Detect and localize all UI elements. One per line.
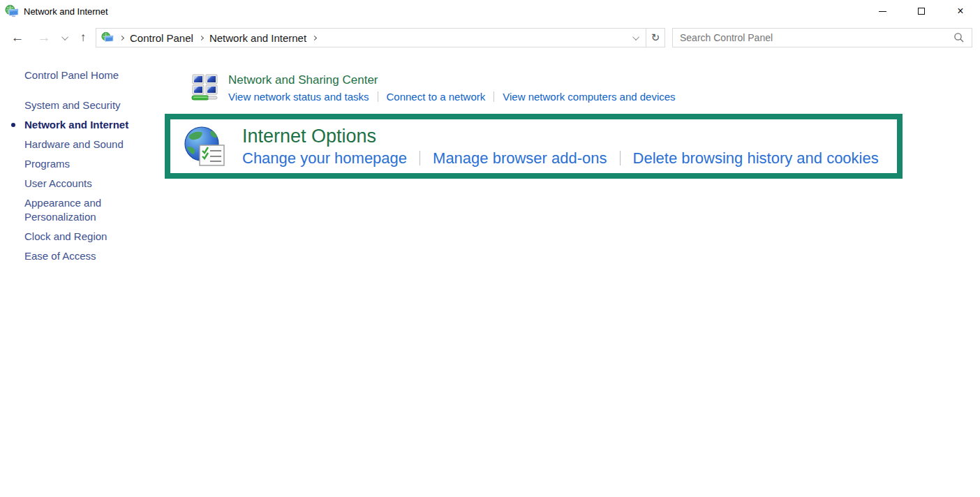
link-separator [493,91,494,102]
network-sharing-center-icon [191,73,219,102]
internet-options-title[interactable]: Internet Options [242,126,879,147]
internet-options-text: Internet Options Change your homepage Ma… [242,126,879,168]
sidebar-item-programs[interactable]: Programs [24,157,131,171]
sidebar-category-list: System and Security Network and Internet… [0,98,165,263]
link-view-network-computers[interactable]: View network computers and devices [503,91,675,103]
sidebar-item-ease-of-access[interactable]: Ease of Access [24,249,131,263]
chevron-down-icon [61,34,68,40]
close-button[interactable]: × [941,0,980,22]
link-view-network-status[interactable]: View network status and tasks [228,91,369,103]
sidebar-item-clock-and-region[interactable]: Clock and Region [24,230,131,244]
breadcrumb-network-and-internet[interactable]: Network and Internet [209,32,306,44]
network-sharing-center-text: Network and Sharing Center View network … [228,73,676,103]
minimize-button[interactable] [863,0,902,22]
sidebar-item-control-panel-home[interactable]: Control Panel Home [24,70,165,81]
close-icon: × [957,6,963,17]
internet-options-links: Change your homepage Manage browser add-… [242,149,879,168]
maximize-icon [918,8,925,15]
breadcrumb-chevron-icon[interactable] [312,35,317,40]
network-sharing-center-title[interactable]: Network and Sharing Center [228,73,676,87]
search-box [672,28,972,47]
internet-options-icon [184,125,225,168]
sidebar-item-label: Network and Internet [24,119,128,131]
forward-button[interactable]: → [35,22,53,53]
link-delete-browsing-history[interactable]: Delete browsing history and cookies [633,149,879,168]
breadcrumb-chevron-icon[interactable] [199,35,204,40]
link-separator [420,151,420,165]
network-sharing-center-links: View network status and tasks Connect to… [228,91,676,103]
window-title: Network and Internet [24,6,108,17]
sidebar-item-system-and-security[interactable]: System and Security [24,98,131,112]
back-button[interactable]: ← [8,22,27,53]
chevron-down-icon [632,34,639,40]
maximize-button[interactable] [902,0,941,22]
sidebar-item-appearance-and-personalization[interactable]: Appearance and Personalization [24,196,131,224]
network-and-internet-icon [101,31,114,44]
breadcrumb-chevron-icon[interactable] [119,35,124,40]
refresh-button[interactable]: ↻ [646,29,665,47]
link-manage-addons[interactable]: Manage browser add-ons [433,149,607,168]
caption-buttons: × [863,0,980,22]
network-sharing-center-section: Network and Sharing Center View network … [191,73,676,103]
navigation-bar: ← → ↑ Control Panel Network and Internet… [0,22,980,53]
sidebar-item-hardware-and-sound[interactable]: Hardware and Sound [24,138,131,151]
search-icon[interactable] [953,32,965,43]
sidebar: Control Panel Home System and Security N… [0,63,165,269]
address-dropdown-button[interactable] [628,29,646,47]
breadcrumb-control-panel[interactable]: Control Panel [130,32,193,44]
title-bar: Network and Internet × [0,0,980,22]
minimize-icon [879,11,886,12]
sidebar-item-network-and-internet[interactable]: Network and Internet [24,118,131,132]
link-separator [620,151,621,165]
address-bar[interactable]: Control Panel Network and Internet ↻ [96,28,665,47]
network-and-internet-icon [5,4,19,18]
active-bullet-icon [11,123,15,127]
link-separator [378,91,378,102]
link-change-homepage[interactable]: Change your homepage [242,149,407,168]
sidebar-item-user-accounts[interactable]: User Accounts [24,177,131,191]
link-connect-to-network[interactable]: Connect to a network [387,91,486,103]
internet-options-highlight-box: Internet Options Change your homepage Ma… [165,114,903,179]
recent-locations-dropdown[interactable] [59,22,73,53]
up-button[interactable]: ↑ [74,22,92,53]
search-input[interactable] [673,32,953,43]
